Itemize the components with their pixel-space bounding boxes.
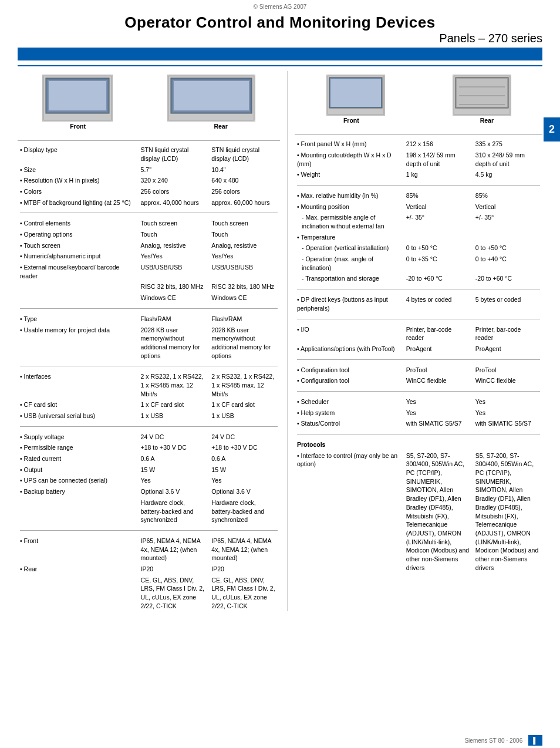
spec-value-1: WinCC flexible [404,375,473,386]
table-row: • Backup battery Optional 3.6 V Optional… [18,486,280,497]
spec-value-1: 0 to +35 °C [404,254,473,273]
divider-top [18,140,280,141]
divider [297,359,540,360]
copyright-text: © Siemens AG 2007 [254,4,307,10]
table-row: • Resolution (W x H in pixels) 320 x 240… [18,175,280,186]
spec-label: - Transportation and storage [295,273,404,284]
main-title: Operator Control and Monitoring Devices [18,14,542,32]
spec-value-1: Touch screen [139,218,210,229]
spec-value-2: 1 x CF card slot [209,399,280,410]
table-row: • I/O Printer, bar-code reader Printer, … [295,324,542,343]
table-row: • Front IP65, NEMA 4, NEMA 4x, NEMA 12; … [18,535,280,564]
spec-value-2: 335 x 275 [473,139,542,150]
spec-label: • Scheduler [295,396,404,407]
right-device-front [326,75,385,116]
spec-value-1: Vertical [404,201,473,213]
spec-label: • Rear [18,564,139,575]
spec-value-1: Analog, resistive [139,240,210,251]
spec-value-1: RISC 32 bits, 180 MHz [139,281,210,292]
left-panel: Front Rear • Display type STN liquid cry… [18,71,288,611]
blue-bar [18,48,542,60]
device-images-row [18,75,280,122]
spec-value-2: Windows CE [209,292,280,304]
spec-label: • Rated current [18,453,139,464]
table-row: • Mounting position Vertical Vertical [295,201,542,213]
svg-rect-10 [330,79,381,107]
table-row: • Configuration tool WinCC flexible WinC… [295,375,542,386]
spec-value-1: 212 x 156 [404,139,473,150]
spec-label: • Backup battery [18,486,139,497]
front-rear-labels: Front Rear [18,122,280,133]
spec-value-1: ProTool [404,365,473,376]
spec-label: • Mounting cutout/depth W x H x D (mm) [295,150,404,169]
spec-label: - Operation (vertical installation) [295,242,404,254]
spec-value-1: IP65, NEMA 4, NEMA 4x, NEMA 12; (when mo… [139,535,210,564]
spec-label: • Operating options [18,229,139,240]
spec-value-2: Hardware clock, battery-backed and synch… [209,497,280,525]
spec-label: • Weight [295,169,404,180]
spec-value-2: 10.4" [209,164,280,176]
spec-label: • UPS can be connected (serial) [18,475,139,486]
spec-value-1: 4 bytes or coded [404,294,473,314]
spec-value-2: Yes [473,407,542,419]
spec-value-1: Hardware clock, battery-backed and synch… [139,497,210,525]
table-row: • Interface to control (may only be an o… [295,450,542,574]
spec-label: • Mounting position [295,201,404,213]
spec-value-1: S5, S7-200, S7-300/400, 505Win AC, PC (T… [404,450,473,574]
spec-value-1: CE, GL, ABS, DNV, LRS, FM Class I Div. 2… [139,575,210,612]
table-row: • Permissible range +18 to +30 V DC +18 … [18,442,280,453]
spec-value-1: Flash/RAM [139,314,210,325]
spec-value-2: 24 V DC [209,432,280,443]
left-spec-table: • Display type STN liquid crystal displa… [18,144,280,611]
spec-value-1: 24 V DC [139,432,210,443]
img-box-front [326,75,385,116]
spec-label: • Interfaces [18,371,139,399]
spec-label [18,497,139,525]
table-row: CE, GL, ABS, DNV, LRS, FM Class I Div. 2… [18,575,280,612]
spec-label: • Supply voltage [18,432,139,443]
spec-value-2: -20 to +60 °C [473,273,542,284]
spec-value-2 [473,439,542,450]
spec-value-2: 256 colors [209,186,280,197]
divider [297,319,540,319]
spec-value-1: 198 x 142/ 59 mm depth of unit [404,150,473,169]
spec-value-1: Touch [139,229,210,240]
img-box-small [42,75,113,122]
svg-rect-7 [174,81,249,110]
right-spec-table: • Front panel W x H (mm) 212 x 156 335 x… [295,139,542,573]
spec-label: • Configuration tool [295,365,404,376]
spec-label: • Type [18,314,139,325]
spec-value-2: 310 x 248/ 59 mm depth of unit [473,150,542,169]
table-row: • CF card slot 1 x CF card slot 1 x CF c… [18,399,280,410]
spec-value-2: RISC 32 bits, 180 MHz [209,281,280,292]
img-box-rear [453,75,511,116]
spec-value-1: 2 x RS232, 1 x RS422, 1 x RS485 max. 12 … [139,371,210,399]
tab-number: 2 [544,117,560,141]
spec-value-2: Printer, bar-code reader [473,324,542,343]
rear-label: Rear [214,123,227,130]
spec-label: • USB (universal serial bus) [18,410,139,422]
spec-value-2: Analog, resistive [209,240,280,251]
spec-value-1: 256 colors [139,186,210,197]
table-row: • Configuration tool ProTool ProTool [295,365,542,376]
spec-value-2: ProAgent [473,343,542,355]
right-rear-label: Rear [480,117,494,124]
spec-value-2: WinCC flexible [473,375,542,386]
spec-value-2: +18 to +30 V DC [209,442,280,453]
divider [297,434,540,434]
header-section: Operator Control and Monitoring Devices … [0,11,560,45]
spec-value-2: 0.6 A [209,453,280,464]
spec-label: • Front panel W x H (mm) [295,139,404,150]
spec-label: • I/O [295,324,404,343]
table-row: • Applications/options (with ProTool) Pr… [295,343,542,355]
right-panel: Front Rear • Front panel W x H (mm) 212 … [288,71,542,611]
device-image-small [42,75,113,122]
spec-label: • Interface to control (may only be an o… [295,450,404,574]
table-row: • Supply voltage 24 V DC 24 V DC [18,432,280,443]
spec-value-1: with SIMATIC S5/S7 [404,418,473,429]
spec-label: • MTBF of background lighting (at 25 °C) [18,197,139,208]
table-row: - Transportation and storage -20 to +60 … [295,273,542,284]
right-images-row [295,75,542,116]
spec-label [18,292,139,304]
spec-label: • DP direct keys (buttons as input perip… [295,294,404,314]
